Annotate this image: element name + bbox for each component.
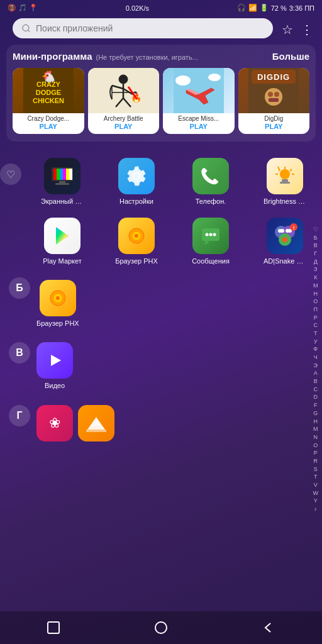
app-item-snake[interactable]: ! AD|Snake Bl...: [248, 213, 322, 270]
nav-home-button[interactable]: [148, 615, 174, 640]
menu-icon[interactable]: ⋮: [301, 22, 313, 37]
app-row-2: Play Маркет Браузер PHX: [0, 213, 322, 270]
alpha-letter[interactable]: M: [312, 426, 319, 433]
alpha-letter[interactable]: П: [313, 306, 319, 314]
mini-app-digdig[interactable]: DIGDIG DigDig PLAY: [238, 68, 310, 134]
alpha-letter[interactable]: S: [313, 466, 319, 474]
alpha-letter[interactable]: Б: [313, 235, 319, 242]
search-input[interactable]: [36, 23, 264, 33]
app-item-phone[interactable]: Телефон.: [174, 153, 248, 210]
nav-back-button[interactable]: [256, 615, 281, 640]
alpha-letter[interactable]: Ч: [313, 354, 319, 362]
alpha-letter[interactable]: Н: [313, 291, 319, 298]
mini-app-crazy-dodge[interactable]: CRAZY DODGE CHICKEN 🐔 Crazy Dodge... PLA…: [13, 68, 84, 134]
mini-app-archery[interactable]: 🔥 Archery Battle PLAY: [88, 68, 160, 134]
alpha-letter[interactable]: C: [313, 386, 319, 394]
app-item-orange[interactable]: [75, 400, 117, 450]
app-item-browser[interactable]: Браузер PHX: [99, 213, 174, 270]
alpha-letter[interactable]: B: [313, 378, 319, 386]
alpha-letter[interactable]: R: [313, 458, 319, 465]
svg-rect-40: [69, 169, 72, 180]
alpha-letter[interactable]: F: [313, 402, 319, 409]
alpha-letter[interactable]: V: [313, 482, 319, 489]
star-icon[interactable]: ☆: [282, 22, 293, 37]
alpha-letter[interactable]: К: [313, 274, 318, 282]
battery-icon: 🔋: [260, 4, 269, 12]
alpha-letter[interactable]: G: [312, 410, 319, 418]
svg-line-47: [278, 167, 280, 171]
header-icons: ☆ ⋮: [282, 22, 318, 37]
mini-header: Мини-программа (Не требует установки, иг…: [13, 51, 309, 62]
svg-rect-35: [53, 169, 57, 180]
alpha-letter[interactable]: З: [313, 266, 318, 274]
alpha-letter[interactable]: W: [312, 490, 320, 497]
alpha-letter[interactable]: М: [312, 282, 319, 290]
mini-app-escape-play[interactable]: PLAY: [190, 123, 208, 130]
alpha-letter[interactable]: О: [312, 298, 319, 306]
alpha-letter[interactable]: P: [313, 450, 319, 457]
nav-recents-button[interactable]: [41, 615, 66, 640]
section-b-apps: Браузер PHX: [34, 275, 322, 332]
svg-line-1: [28, 30, 30, 32]
alpha-letter[interactable]: ♪: [313, 506, 319, 513]
alpha-letter[interactable]: С: [313, 322, 319, 330]
mini-app-archery-name: Archery Battle: [103, 115, 145, 122]
search-bar[interactable]: [13, 18, 273, 38]
alpha-letter[interactable]: Т: [313, 330, 319, 338]
notification-icons: 📵 🎵 📍: [8, 4, 38, 12]
mini-app-crazy-dodge-img: CRAZY DODGE CHICKEN 🐔: [13, 68, 84, 113]
alpha-letter[interactable]: А: [313, 370, 319, 377]
svg-point-67: [282, 237, 287, 242]
alpha-letter[interactable]: T: [313, 474, 319, 481]
alpha-letter[interactable]: Д: [313, 258, 319, 266]
alpha-letter[interactable]: O: [312, 442, 319, 450]
alpha-letter[interactable]: У: [313, 338, 319, 346]
svg-point-20: [175, 75, 191, 86]
favorites-button[interactable]: ♡: [0, 164, 21, 185]
svg-rect-49: [282, 179, 288, 182]
app-item-messages[interactable]: Сообщения: [174, 213, 248, 270]
app-item-playmarket[interactable]: Play Маркет: [25, 213, 99, 270]
section-letter-b: Б: [9, 277, 30, 299]
app-label-settings: Настройки: [119, 197, 153, 205]
svg-text:🐔: 🐔: [42, 70, 56, 84]
section-b: Б Браузер PHX: [0, 270, 322, 335]
alpha-letter[interactable]: D: [313, 394, 319, 401]
app-item-video[interactable]: Видео: [34, 337, 75, 394]
svg-rect-30: [269, 98, 279, 102]
alpha-letter[interactable]: В: [313, 242, 319, 250]
mini-app-escape[interactable]: Escape Miss... PLAY: [163, 68, 235, 134]
alpha-letter[interactable]: Р: [313, 314, 319, 322]
svg-rect-39: [66, 169, 69, 180]
alpha-letter[interactable]: Г: [313, 250, 318, 258]
svg-point-72: [56, 296, 60, 300]
mini-app-digdig-name: DigDig: [263, 115, 284, 122]
mini-more-button[interactable]: Больше: [272, 51, 309, 62]
svg-rect-37: [60, 169, 63, 180]
headphone-icon: 🎧: [237, 4, 246, 12]
app-item-tv[interactable]: Экранный Т...: [25, 153, 99, 210]
alpha-letter[interactable]: H: [313, 418, 319, 426]
mini-app-escape-name: Escape Miss...: [177, 115, 220, 122]
svg-point-57: [209, 233, 213, 236]
alpha-sidebar[interactable]: ♡БВГДЗКМНОПРСТУФЧЭАBCDFGHMNOPRSTVWY♪: [312, 226, 320, 513]
alpha-letter[interactable]: Ф: [312, 346, 319, 353]
section-g: Г ❀: [0, 397, 322, 454]
alpha-letter[interactable]: Э: [313, 362, 319, 370]
svg-point-8: [119, 75, 128, 84]
alpha-letter[interactable]: ♡: [312, 226, 319, 234]
section-v: В Видео: [0, 335, 322, 397]
app-row-favorites: ♡ Экранный Т...: [0, 150, 322, 213]
alpha-letter[interactable]: Y: [313, 497, 319, 505]
alpha-letter[interactable]: N: [313, 434, 319, 441]
app-item-pink[interactable]: ❀: [34, 400, 75, 450]
mini-app-archery-play[interactable]: PLAY: [114, 123, 132, 130]
app-icon-messages: [192, 218, 229, 254]
mini-app-digdig-play[interactable]: PLAY: [265, 123, 282, 130]
svg-marker-73: [51, 355, 61, 366]
app-item-settings[interactable]: Настройки: [99, 153, 174, 210]
app-item-browser-b[interactable]: Браузер PHX: [34, 275, 82, 332]
app-icon-tv: [44, 158, 80, 194]
app-item-brightness[interactable]: Brightness C...: [248, 153, 322, 210]
mini-app-crazy-play[interactable]: PLAY: [40, 123, 57, 130]
